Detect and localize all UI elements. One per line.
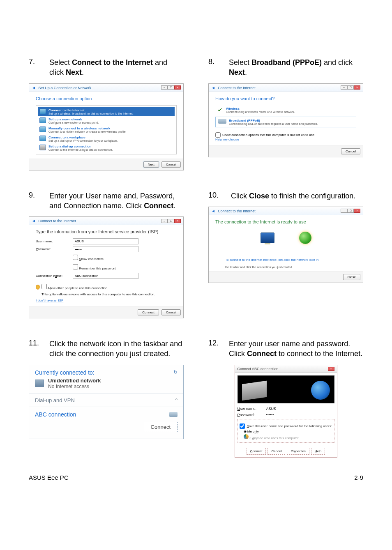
properties-button[interactable]: Properties [287,448,309,455]
step-text: Click Close to finish the configuration. [231,191,355,201]
min-button[interactable]: – [341,85,347,90]
close-button[interactable]: × [354,85,360,90]
username-input[interactable]: ASUS [266,407,277,411]
cancel-button[interactable]: Cancel [161,309,181,315]
step-number: 10. [208,191,219,201]
connection-name-input[interactable]: ABC connection [73,273,138,279]
router-icon [39,117,46,123]
min-button[interactable]: – [341,209,347,213]
screenshot-connect-method: ◄ Connect to the Internet – □ × How do y… [208,83,363,157]
min-button[interactable]: – [161,85,168,90]
option-new-network[interactable]: Set up a new networkConfigure a new rout… [38,116,175,125]
connect-button[interactable]: Connect [247,448,266,455]
min-button[interactable]: – [161,219,168,223]
password-input[interactable]: •••••• [73,246,138,252]
hint-text-2: the taskbar and click the connection you… [209,266,363,271]
connection-item[interactable]: ABC connection [35,411,178,418]
remember-password-checkbox[interactable] [73,264,78,269]
option-workplace[interactable]: Connect to a workplaceSet up a dial-up o… [38,134,175,143]
dialog-heading: Choose a connection option [36,96,177,101]
network-flyout: Currently connected to: ↻ Unidentified n… [29,365,184,439]
close-button[interactable]: Close [343,274,360,280]
next-button[interactable]: Next [143,161,159,168]
briefcase-icon [39,136,46,141]
window-title: Connect to the Internet [218,86,256,90]
close-button[interactable]: × [174,85,181,90]
step-number: 7. [29,58,37,78]
screenshot-ready: ◄ Connect to the Internet – □ × The conn… [208,207,363,283]
close-button[interactable]: × [174,219,181,223]
help-me-choose-link[interactable]: Help me choose [215,138,239,141]
password-label: Password: [238,413,266,417]
dialog-heading: Type the information from your Internet … [36,229,177,234]
show-options-checkbox[interactable] [215,132,221,138]
dialog-heading: How do you want to connect? [215,96,356,101]
username-label: UUser name:ser name: [36,239,73,243]
cancel-button[interactable]: Cancel [341,148,360,154]
wifi-icon [39,127,46,132]
username-label: User name: [238,407,266,411]
max-button[interactable]: □ [168,219,174,223]
animation-area [238,375,334,403]
option-connect-internet[interactable]: Connect to the InternetSet up a wireless… [38,107,175,116]
globe-icon [299,232,311,244]
page-number: 2-9 [354,474,363,481]
close-button[interactable]: × [328,367,334,371]
show-options-label: Show connection options that this comput… [222,133,314,137]
connect-button[interactable]: Connect [138,309,159,315]
ready-graphic [209,228,363,256]
password-label: Password: [36,247,73,251]
laptop-icon [242,381,267,400]
modem-icon [218,119,226,124]
earth-icon [311,381,330,400]
modem-icon [169,412,178,417]
max-button[interactable]: □ [347,85,354,90]
step-text: Select Broadband (PPPoE) and click Next. [229,58,363,78]
option-manual-wireless[interactable]: Manually connect to a wireless networkCo… [38,125,175,134]
password-input[interactable]: •••••• [266,413,274,417]
screenshot-isp-info: ◄ Connect to the Internet – □ × Type the… [29,216,184,318]
username-input[interactable]: ASUS [73,238,138,244]
radio-anyone[interactable]: ○ Anyone who uses this computer [244,434,332,440]
window-title: Connect to the Internet [218,209,256,213]
connection-name-label: Connection name: [36,274,73,278]
dialog-title: Connect ABC connection [238,367,279,371]
allow-others-checkbox[interactable] [42,284,47,289]
hint-text: To connect to the Internet next time, le… [209,256,363,266]
step-number: 9. [29,191,37,211]
phone-icon [39,145,46,150]
no-isp-link[interactable]: I don't have an ISP [36,299,63,302]
option-wireless[interactable]: WirelessConnect using a wireless router … [215,105,356,115]
category-dialup-vpn[interactable]: Dial-up and VPN ^ [29,394,183,407]
cancel-button[interactable]: Cancel [267,448,285,455]
option-dialup[interactable]: Set up a dial-up connectionConnect to th… [38,143,175,152]
step-number: 12. [208,339,217,359]
max-button[interactable]: □ [168,85,174,90]
chevron-up-icon: ^ [175,397,178,403]
footer-left: ASUS Eee PC [29,474,69,481]
help-button[interactable]: Help [311,448,325,455]
show-characters-checkbox[interactable] [73,255,78,260]
cancel-button[interactable]: Cancel [161,161,181,168]
back-icon[interactable]: ◄ [211,85,215,90]
connect-button[interactable]: Connect [144,422,178,432]
step-text: Enter your User name and, Password, and … [49,191,184,211]
radio-me-only[interactable]: ◉ Me only [244,430,332,433]
option-list: Connect to the InternetSet up a wireless… [36,105,177,154]
signal-icon [218,107,224,111]
step-text: Click the network icon in the taskbar an… [49,339,184,359]
monitor-icon [261,232,274,243]
step-number: 8. [208,58,217,78]
refresh-icon[interactable]: ↻ [173,369,178,375]
option-broadband[interactable]: Broadband (PPPoE)Connect using DSL or ca… [215,117,356,127]
window-title: Set Up a Connection or Network [38,86,91,90]
screenshot-setup-connection: ◄ Set Up a Connection or Network – □ × C… [29,83,184,170]
back-icon[interactable]: ◄ [32,219,36,223]
back-icon[interactable]: ◄ [32,85,36,90]
max-button[interactable]: □ [347,209,354,213]
back-icon[interactable]: ◄ [211,209,215,213]
close-button[interactable]: × [354,209,360,213]
save-credentials-checkbox[interactable] [240,423,245,429]
network-icon [35,380,44,387]
globe-icon [39,108,46,114]
